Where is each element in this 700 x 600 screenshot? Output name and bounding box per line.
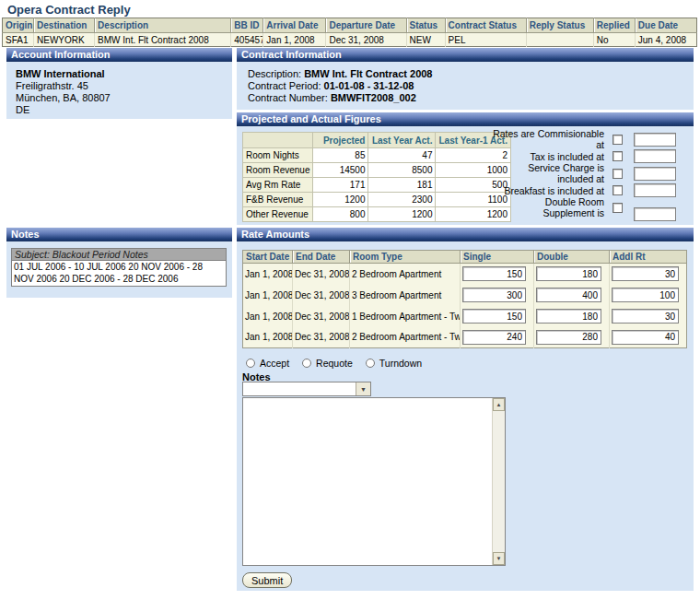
notes-panel-header: Notes <box>6 228 232 241</box>
figures-options: Rates are Commisionable at Tax is includ… <box>493 132 690 218</box>
service-charge-checkbox[interactable] <box>612 169 623 179</box>
contract-period-row: Contract Period: 01-01-08 - 31-12-08 <box>248 80 694 92</box>
rate-room-type: 2 Bedroom Apartment <box>350 264 461 285</box>
account-information-panel: Account Information BMW International Fr… <box>6 48 232 119</box>
rate-single-input[interactable] <box>462 309 526 324</box>
figures-row-room-nights: Room Nights 85 47 2 <box>243 148 511 163</box>
radio-accept[interactable]: Accept <box>246 358 289 369</box>
figures-value: 2300 <box>368 193 436 207</box>
tax-value-input[interactable] <box>634 149 676 163</box>
option-row-service-charge: Service Charge is included at <box>493 166 690 181</box>
notes-panel-body: Subject: Blackout Period Notes 01 JUL 20… <box>6 241 232 298</box>
breakfast-checkbox[interactable] <box>612 185 623 195</box>
scroll-up-icon[interactable]: ▲ <box>493 398 505 411</box>
figures-value: 8500 <box>368 163 436 178</box>
radio-requote-icon[interactable] <box>302 359 311 368</box>
note-text: 01 JUL 2006 - 10 JUL 2006 20 NOV 2006 - … <box>12 261 226 286</box>
rate-addl-input[interactable] <box>612 288 679 302</box>
scroll-down-icon[interactable]: ▼ <box>493 552 505 565</box>
submit-button[interactable]: Submit <box>242 572 292 588</box>
figures-table: Projected Last Year Act. Last Year-1 Act… <box>242 132 511 222</box>
rate-amounts-panel: Rate Amounts Start Date End Date Room Ty… <box>237 228 694 591</box>
figures-row-label: Avg Rm Rate <box>243 178 313 193</box>
notes-panel: Notes Subject: Blackout Period Notes 01 … <box>6 228 232 298</box>
cell-destination: NEWYORK <box>34 33 95 47</box>
account-address-line2: München, BA, 80807 <box>16 92 232 104</box>
rate-single-input[interactable] <box>462 266 526 281</box>
col-bb-id: BB ID <box>231 18 263 33</box>
double-room-supplement-value-input[interactable] <box>634 207 676 221</box>
contract-number-label: Contract Number: <box>248 92 328 103</box>
rate-addl-input[interactable] <box>612 266 679 281</box>
cell-description: BMW Int. Flt Contract 2008 <box>95 33 231 47</box>
rate-header-row: Start Date End Date Room Type Single Dou… <box>243 251 687 264</box>
radio-requote[interactable]: Requote <box>302 358 353 369</box>
account-address-line3: DE <box>16 104 232 116</box>
rate-double-input[interactable] <box>536 288 601 302</box>
contract-information-panel: Contract Information Description: BMW In… <box>237 48 694 110</box>
rate-room-type: 1 Bedroom Apartment - Twi <box>350 306 461 327</box>
figures-row-label: Room Nights <box>243 148 313 163</box>
rate-double-input[interactable] <box>536 330 601 345</box>
rate-start-date: Jan 1, 2008 <box>243 306 293 327</box>
col-description: Description <box>95 18 231 33</box>
breakfast-value-input[interactable] <box>634 183 676 197</box>
textarea-scrollbar[interactable]: ▲ ▼ <box>492 398 505 565</box>
figures-value: 85 <box>313 148 368 163</box>
col-destination: Destination <box>34 18 95 33</box>
figures-value: 800 <box>313 207 368 222</box>
rate-amounts-body: Start Date End Date Room Type Single Dou… <box>237 241 694 591</box>
figures-row-label: Other Revenue <box>243 207 313 222</box>
option-label: Rates are Commisionable at <box>493 128 612 150</box>
contract-description-label: Description: <box>248 68 301 79</box>
cell-origin: SFA1 <box>3 33 34 47</box>
rate-double-input[interactable] <box>536 309 601 324</box>
reply-notes-select[interactable]: ▼ <box>242 382 371 396</box>
radio-turndown-label: Turndown <box>379 358 422 369</box>
figures-body: Projected Last Year Act. Last Year-1 Act… <box>237 126 694 225</box>
figures-row-label: Room Revenue <box>243 163 313 178</box>
rate-end-date: Dec 31, 2008 <box>293 264 350 285</box>
rate-addl-input[interactable] <box>612 330 679 345</box>
rate-single-input[interactable] <box>462 288 526 302</box>
rate-double-input[interactable] <box>536 266 601 281</box>
tax-included-checkbox[interactable] <box>612 151 623 161</box>
dropdown-arrow-icon[interactable]: ▼ <box>356 382 370 395</box>
reply-notes-textarea-wrap: ▲ ▼ <box>242 397 506 566</box>
double-room-supplement-checkbox[interactable] <box>612 203 623 213</box>
figures-value: 1200 <box>313 193 368 207</box>
rate-col-double: Double <box>534 251 610 264</box>
service-charge-value-input[interactable] <box>634 167 676 181</box>
radio-turndown[interactable]: Turndown <box>366 358 422 369</box>
cell-contract-status: PEL <box>445 33 526 47</box>
option-label: Service Charge is included at <box>493 162 612 184</box>
col-contract-status: Contract Status <box>445 18 526 33</box>
radio-accept-label: Accept <box>260 358 289 369</box>
col-due-date: Due Date <box>635 18 696 33</box>
figures-value: 47 <box>368 148 436 163</box>
reply-notes-textarea[interactable] <box>243 398 492 565</box>
rate-room-type: 3 Bedroom Apartment <box>350 285 461 306</box>
rate-end-date: Dec 31, 2008 <box>293 285 350 306</box>
figures-col-last-year: Last Year Act. <box>368 133 436 148</box>
rate-addl-input[interactable] <box>612 309 679 324</box>
commissionable-checkbox[interactable] <box>612 135 623 145</box>
cell-departure-date: Dec 31, 2008 <box>326 33 406 47</box>
radio-requote-label: Requote <box>316 358 353 369</box>
rate-row: Jan 1, 2008 Dec 31, 2008 2 Bedroom Apart… <box>243 327 687 348</box>
rate-single-input[interactable] <box>462 330 526 345</box>
scroll-up-glyph: ▲ <box>496 402 502 407</box>
contract-information-body: Description: BMW Int. Flt Contract 2008 … <box>237 62 694 110</box>
figures-row-fb-revenue: F&B Revenue 1200 2300 1100 <box>243 193 511 207</box>
summary-data-row: SFA1 NEWYORK BMW Int. Flt Contract 2008 … <box>3 33 697 47</box>
rate-col-room-type: Room Type <box>350 251 461 264</box>
figures-row-other-revenue: Other Revenue 800 1200 1200 <box>243 207 511 222</box>
figures-header-row: Projected Last Year Act. Last Year-1 Act… <box>243 133 511 148</box>
option-label: Tax is included at <box>493 151 612 162</box>
commissionable-value-input[interactable] <box>634 133 676 147</box>
radio-accept-icon[interactable] <box>246 359 255 368</box>
account-address-line1: Freiligrathstr. 45 <box>16 80 232 92</box>
radio-turndown-icon[interactable] <box>366 359 375 368</box>
blackout-note-box: Subject: Blackout Period Notes 01 JUL 20… <box>11 248 227 287</box>
col-origin: Origin <box>3 18 34 33</box>
